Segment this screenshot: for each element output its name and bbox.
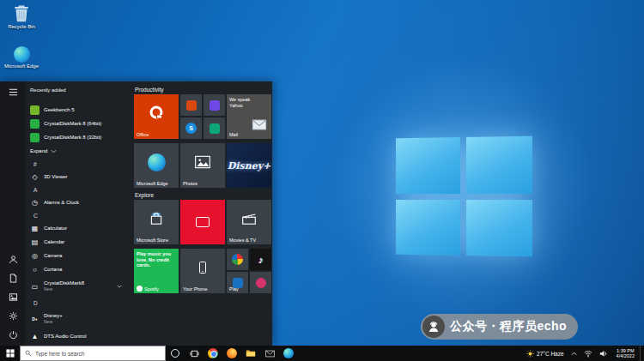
app-item-label: Calculator: [44, 226, 67, 231]
app-item-dts-audio[interactable]: ▲ DTS Audio Control: [26, 329, 129, 343]
tile-photos[interactable]: Photos: [180, 143, 225, 188]
desktop: Recycle Bin Microsoft Edge 公众号・程序员echo: [0, 0, 644, 361]
calculator-icon: ▦: [30, 224, 39, 233]
app-item-crystaldiskmark-32[interactable]: CrystalDiskMark 8 (32bit): [26, 130, 129, 144]
power-button[interactable]: [0, 328, 26, 341]
firefox-button[interactable]: [222, 346, 241, 361]
tile-label: Photos: [183, 181, 197, 186]
folder-icon: ▭: [30, 282, 39, 292]
small-tile-teal-app[interactable]: [204, 117, 225, 139]
small-tile-game-colorful[interactable]: [227, 249, 248, 270]
tiktok-icon: ♪: [258, 255, 264, 265]
search-input[interactable]: [35, 351, 161, 357]
chevron-down-icon: [51, 148, 57, 154]
edge-button[interactable]: [279, 346, 298, 361]
user-account-button[interactable]: [0, 252, 26, 266]
wifi-icon: [584, 350, 592, 358]
desktop-icon-recycle-bin[interactable]: Recycle Bin: [2, 3, 41, 30]
desktop-icon-label: Microsoft Edge: [4, 63, 39, 69]
tile-movies-tv[interactable]: Movies & TV: [227, 200, 271, 244]
desktop-icon-microsoft-edge[interactable]: Microsoft Edge: [2, 46, 41, 69]
small-tile-orange-app[interactable]: [180, 94, 202, 116]
small-tile-skype[interactable]: S: [180, 117, 202, 139]
task-view-button[interactable]: [185, 346, 204, 361]
expand-label: Expand: [30, 148, 47, 153]
letter-group-d[interactable]: D: [26, 297, 129, 309]
show-desktop-button[interactable]: [640, 346, 644, 361]
search-icon: [25, 350, 32, 357]
crystaldiskmark-icon: [30, 133, 39, 142]
app-item-alarms-clock[interactable]: ◷ Alarms & Clock: [26, 196, 129, 209]
expand-button[interactable]: Expand: [26, 144, 129, 158]
clock-widget[interactable]: 1:39 PM 4/4/2022: [611, 346, 640, 361]
app-item-cortana[interactable]: ○ Cortana: [26, 262, 129, 276]
cortana-button[interactable]: [166, 346, 185, 361]
hamburger-menu-button[interactable]: [0, 85, 26, 99]
file-explorer-button[interactable]: [241, 346, 260, 361]
tile-microsoft-store[interactable]: Microsoft Store: [134, 200, 179, 244]
taskbar-search-box[interactable]: [20, 346, 166, 361]
new-badge: New: [44, 319, 63, 325]
tile-folder-play[interactable]: ♪ Play: [227, 249, 271, 293]
photos-icon: [180, 143, 225, 181]
tile-label: Microsoft Edge: [137, 181, 168, 186]
tile-microsoft-edge[interactable]: Microsoft Edge: [134, 143, 179, 188]
hidden-icons-button[interactable]: [568, 346, 580, 361]
letter-group-hash[interactable]: #: [26, 158, 129, 170]
tile-your-phone[interactable]: Your Phone: [180, 249, 225, 293]
envelope-icon: [252, 119, 267, 130]
app-item-calendar[interactable]: ▤ Calendar: [26, 235, 129, 249]
spotify-ad-text: Play music you love. No credit cards.: [137, 251, 177, 268]
app-item-label: DTS Audio Control: [44, 334, 87, 339]
app-item-disney-plus[interactable]: D+ Disney+ New: [26, 309, 129, 329]
disney-plus-icon: D+: [30, 315, 39, 324]
start-button[interactable]: [0, 346, 20, 361]
small-tile-tiktok[interactable]: ♪: [250, 249, 271, 270]
envelope-icon: [265, 350, 275, 358]
app-item-geekbench5[interactable]: Geekbench 5: [26, 103, 129, 117]
pictures-button[interactable]: [0, 290, 26, 304]
start-tiles-panel: Productivity Office S: [129, 81, 272, 346]
settings-gear-icon[interactable]: [0, 309, 26, 322]
cortana-icon: ○: [30, 265, 39, 274]
weather-widget[interactable]: 27°C Haze: [523, 346, 568, 361]
colorful-game-icon: [232, 254, 243, 265]
tile-mail[interactable]: We speak Yahoo Mail: [227, 94, 271, 139]
documents-button[interactable]: [0, 271, 26, 285]
app-item-crystaldiskmark-64[interactable]: CrystalDiskMark 8 (64bit): [26, 117, 129, 130]
purple-app-icon: [210, 100, 220, 111]
start-app-list: Recently added Geekbench 5 CrystalDiskMa…: [26, 81, 129, 346]
app-item-label: CrystalDiskMark8: [44, 280, 84, 286]
speaker-icon: [599, 350, 608, 358]
app-item-camera[interactable]: ◎ Camera: [26, 249, 129, 262]
chrome-button[interactable]: [204, 346, 222, 361]
app-folder-crystaldiskmark8[interactable]: ▭ CrystalDiskMark8 New: [26, 276, 129, 297]
app-item-calculator[interactable]: ▦ Calculator: [26, 221, 129, 235]
tile-label: Office: [137, 132, 149, 137]
tile-office[interactable]: Office: [134, 94, 179, 139]
small-tile-pink-app[interactable]: [250, 272, 271, 293]
tile-disney-plus[interactable]: Disney+: [227, 143, 271, 188]
app-item-label: Camera: [44, 253, 62, 258]
small-tile-purple-app[interactable]: [204, 94, 225, 116]
tile-red-promo[interactable]: [180, 200, 225, 244]
tile-spotify[interactable]: Play music you love. No credit cards. Sp…: [134, 249, 179, 293]
wallpaper-pane: [396, 137, 459, 194]
network-button[interactable]: [580, 346, 596, 361]
new-badge: New: [44, 286, 84, 292]
letter-group-a[interactable]: A: [26, 184, 129, 196]
disney-plus-logo: Disney+: [227, 143, 271, 188]
mail-button[interactable]: [260, 346, 279, 361]
chrome-icon: [208, 348, 218, 358]
firefox-icon: [227, 348, 237, 358]
app-item-3d-viewer[interactable]: ◇ 3D Viewer: [26, 170, 129, 184]
edge-icon: [134, 143, 179, 181]
weather-text: 27°C Haze: [537, 351, 564, 357]
letter-group-c[interactable]: C: [26, 209, 129, 221]
tile-label: Spotify: [144, 286, 159, 292]
calendar-icon: ▤: [30, 238, 39, 247]
volume-button[interactable]: [596, 346, 611, 361]
orange-app-icon: [186, 100, 197, 111]
taskbar: 27°C Haze 1:39 PM 4/4/2022: [0, 346, 644, 361]
watermark-logo-icon: [422, 316, 445, 338]
